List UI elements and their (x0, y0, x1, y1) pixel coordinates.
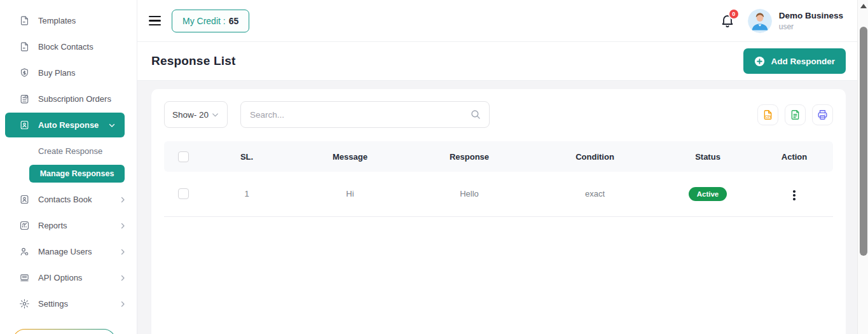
chevron-right-icon (119, 300, 127, 308)
credit-label: My Credit : (183, 16, 226, 26)
sidebar-item-buy-plans[interactable]: Buy Plans (0, 60, 137, 86)
app-window: Templates Block Contacts Buy Plans Subsc… (0, 0, 857, 334)
csv-export-icon: CSV (762, 109, 774, 121)
sidebar-item-label: Manage Users (38, 247, 92, 256)
column-header-status: Status (660, 141, 755, 172)
content-area: Show- 20 CSV (137, 81, 857, 334)
excel-export-icon (789, 109, 801, 121)
file-icon (19, 41, 30, 52)
column-header-sl: SL. (202, 141, 291, 172)
sidebar-bottom-cta-partial[interactable] (13, 329, 116, 334)
sidebar-item-label: Settings (38, 299, 68, 309)
chevron-right-icon (119, 248, 127, 256)
show-entries-value: Show- 20 (172, 110, 209, 120)
sidebar-item-subscription-orders[interactable]: Subscription Orders (0, 86, 137, 112)
my-credit-badge[interactable]: My Credit : 65 (172, 10, 249, 32)
search-input[interactable] (240, 101, 490, 128)
cell-message: Hi (291, 172, 409, 216)
search-icon (470, 109, 481, 120)
cell-sl: 1 (202, 172, 291, 216)
sidebar-item-settings[interactable]: Settings (0, 291, 137, 317)
main-area: My Credit : 65 0 Demo Business user (137, 0, 857, 334)
sidebar-item-manage-users[interactable]: Manage Users (0, 239, 137, 265)
user-name: Demo Business (779, 11, 843, 20)
cell-condition: exact (530, 172, 660, 216)
show-entries-dropdown[interactable]: Show- 20 (164, 101, 228, 128)
shield-dollar-icon (19, 67, 30, 78)
table-row: 1 Hi Hello exact Active (164, 172, 833, 216)
plus-circle-icon (754, 56, 765, 67)
response-table: SL. Message Response Condition Status Ac… (164, 141, 833, 217)
add-responder-button[interactable]: Add Responder (743, 48, 846, 74)
sidebar-item-label: API Options (38, 273, 82, 282)
column-header-action: Action (755, 141, 833, 172)
print-icon (816, 109, 829, 121)
add-responder-label: Add Responder (771, 57, 835, 66)
column-header-message: Message (291, 141, 409, 172)
sidebar-item-label: Reports (38, 221, 67, 230)
subscription-file-icon (19, 94, 30, 104)
sidebar-subitem-label: Create Response (38, 146, 102, 156)
status-badge: Active (689, 187, 727, 201)
topbar: My Credit : 65 0 Demo Business user (137, 0, 857, 42)
table-controls: Show- 20 CSV (164, 101, 833, 128)
cell-status: Active (660, 172, 755, 216)
cell-action (755, 172, 833, 216)
scrollbar-thumb[interactable] (860, 27, 867, 256)
print-button[interactable] (812, 104, 833, 125)
manage-users-icon (19, 246, 30, 257)
settings-gear-icon (19, 298, 30, 309)
vertical-scrollbar[interactable] (857, 0, 868, 334)
sidebar-item-label: Buy Plans (38, 68, 76, 78)
sidebar-item-api-options[interactable]: API Options (0, 265, 137, 291)
response-list-card: Show- 20 CSV (151, 89, 846, 334)
chevron-right-icon (119, 196, 127, 204)
sidebar-subitem-create-response[interactable]: Create Response (0, 138, 137, 164)
sidebar-item-label: Auto Response (38, 120, 99, 130)
sidebar-subitem-label: Manage Responses (40, 169, 114, 178)
sidebar-subitem-manage-responses[interactable]: Manage Responses (29, 165, 125, 183)
excel-export-button[interactable] (785, 104, 806, 125)
sidebar-item-auto-response[interactable]: Auto Response (5, 113, 125, 137)
column-header-condition: Condition (530, 141, 660, 172)
credit-value: 65 (229, 16, 239, 26)
sidebar-item-label: Templates (38, 16, 76, 25)
topbar-right: 0 Demo Business user (720, 9, 843, 33)
avatar (748, 9, 772, 33)
auto-response-icon (19, 120, 30, 130)
chevron-down-icon (108, 122, 116, 129)
contacts-book-icon (19, 194, 30, 205)
notification-count-badge: 0 (728, 8, 740, 20)
chevron-down-icon (211, 111, 219, 119)
select-all-cell (164, 141, 202, 172)
sidebar-item-templates[interactable]: Templates (0, 8, 137, 34)
search-box (240, 101, 490, 128)
export-buttons: CSV (757, 104, 833, 125)
user-role: user (779, 22, 843, 31)
sidebar-item-label: Contacts Book (38, 195, 92, 204)
hamburger-menu-icon[interactable] (149, 16, 161, 25)
scrollbar-up-arrow-icon[interactable] (860, 4, 867, 8)
select-all-checkbox[interactable] (178, 151, 189, 162)
reports-icon (19, 220, 30, 231)
svg-text:CSV: CSV (765, 115, 772, 118)
column-header-response: Response (409, 141, 530, 172)
table-header-row: SL. Message Response Condition Status Ac… (164, 141, 833, 172)
user-menu[interactable]: Demo Business user (748, 9, 843, 33)
row-select-cell (164, 172, 202, 216)
chevron-right-icon (119, 222, 127, 230)
sidebar: Templates Block Contacts Buy Plans Subsc… (0, 0, 137, 334)
api-options-icon (19, 272, 30, 283)
chevron-right-icon (119, 274, 127, 282)
row-checkbox[interactable] (178, 188, 189, 199)
sidebar-item-block-contacts[interactable]: Block Contacts (0, 34, 137, 60)
row-actions-kebab-icon[interactable] (788, 188, 801, 203)
file-icon (19, 15, 30, 26)
page-title: Response List (151, 54, 235, 68)
csv-export-button[interactable]: CSV (757, 104, 778, 125)
sidebar-item-label: Subscription Orders (38, 94, 111, 104)
notification-bell-icon[interactable]: 0 (720, 13, 735, 29)
sidebar-item-contacts-book[interactable]: Contacts Book (0, 186, 137, 212)
sidebar-item-label: Block Contacts (38, 42, 93, 52)
sidebar-item-reports[interactable]: Reports (0, 212, 137, 239)
